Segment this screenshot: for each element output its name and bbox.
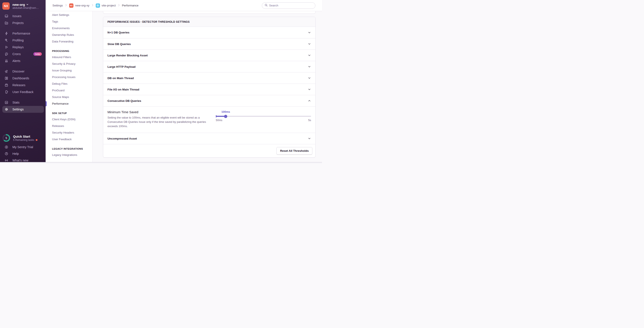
settings-nav-item-legacy-integrations[interactable]: Legacy Integrations <box>46 151 92 158</box>
window-bottom-edge <box>0 162 322 164</box>
settings-nav-item-ownership-rules[interactable]: Ownership Rules <box>46 32 92 38</box>
breadcrumb-new-org-xy[interactable]: NXnew-org-xy <box>69 4 90 8</box>
quick-start-progress-ring: 5 <box>2 134 10 142</box>
settings-nav-item-issue-grouping[interactable]: Issue Grouping <box>46 67 92 74</box>
search-input[interactable] <box>262 2 315 9</box>
detector-row-file-i-o-on-main-thread[interactable]: File I/O on Main Thread <box>103 84 315 95</box>
main-sidebar: NX new-org abdullah.khan@sen… IssuesProj… <box>0 0 46 164</box>
sidebar-item-projects[interactable]: Projects <box>2 20 44 26</box>
detector-row-label: Slow DB Queries <box>108 43 131 46</box>
settings-nav-item-debug-files[interactable]: Debug Files <box>46 80 92 87</box>
settings-nav-item-label: Ownership Rules <box>52 33 74 37</box>
settings-nav-heading: SDK SETUP <box>46 111 92 115</box>
settings-nav-item-processing-issues[interactable]: Processing Issues <box>46 74 92 80</box>
breadcrumb-vite-project[interactable]: vite-project <box>96 4 116 8</box>
search-field[interactable] <box>269 4 312 7</box>
search-icon <box>264 4 268 8</box>
settings-nav-heading: LEGACY INTEGRATIONS <box>46 146 92 151</box>
settings-nav-item-user-feedback[interactable]: User Feedback <box>46 136 92 142</box>
detector-row-large-render-blocking-asset[interactable]: Large Render Blocking Asset <box>103 50 315 61</box>
sidebar-item-dashboards[interactable]: Dashboards <box>2 75 44 82</box>
react-project-icon <box>96 4 100 8</box>
previous-panel-bottom <box>103 11 316 14</box>
chevron-up-icon <box>308 99 311 102</box>
breadcrumb-performance: Performance <box>122 4 138 7</box>
detector-threshold-panel: PERFORMANCE ISSUES - DETECTOR THRESHOLD … <box>103 17 316 157</box>
detector-row-consecutive-db-queries[interactable]: Consecutive DB Queries <box>103 95 315 106</box>
panel-title: PERFORMANCE ISSUES - DETECTOR THRESHOLD … <box>103 17 315 27</box>
releases-icon <box>4 83 8 87</box>
breadcrumb-label: new-org-xy <box>75 4 90 7</box>
detector-row-label: Uncompressed Asset <box>108 137 137 140</box>
breadcrumb-separator-icon <box>92 4 94 7</box>
sidebar-item-settings[interactable]: Settings <box>2 106 44 113</box>
settings-nav-item-source-maps[interactable]: Source Maps <box>46 94 92 100</box>
user-feedback-icon <box>4 90 8 94</box>
sidebar-item-label: Alerts <box>12 59 20 63</box>
settings-nav-item-data-forwarding[interactable]: Data Forwarding <box>46 38 92 45</box>
setting-description: Setting the value to 100ms, means that a… <box>108 115 209 128</box>
detector-row-uncompressed-asset[interactable]: Uncompressed Asset <box>103 133 315 144</box>
settings-secondary-nav: Alert SettingsTagsEnvironmentsOwnership … <box>46 11 92 164</box>
sidebar-footer: My Sentry TrialHelpWhat's new <box>0 144 46 163</box>
sidebar-item-profiling[interactable]: Profiling <box>2 37 44 44</box>
sidebar-item-label: Projects <box>12 21 24 25</box>
sidebar-item-label: Settings <box>12 108 24 111</box>
slider-value-label: 100ms <box>222 110 230 113</box>
org-avatar: NX <box>2 2 10 10</box>
settings-nav-item-security-headers[interactable]: Security Headers <box>46 129 92 136</box>
org-chip: NX <box>69 4 74 8</box>
sidebar-item-releases[interactable]: Releases <box>2 82 44 89</box>
org-switcher[interactable]: NX new-org abdullah.khan@sen… <box>0 0 46 10</box>
settings-nav-item-security-privacy[interactable]: Security & Privacy <box>46 60 92 67</box>
sidebar-item-stats[interactable]: Stats <box>2 99 44 106</box>
detector-row-n-1-db-queries[interactable]: N+1 DB Queries <box>103 27 315 38</box>
settings-nav-item-environments[interactable]: Environments <box>46 25 92 32</box>
sidebar-item-user-feedback[interactable]: User Feedback <box>2 89 44 95</box>
performance-icon <box>4 32 8 35</box>
breadcrumb-settings[interactable]: Settings <box>52 4 63 7</box>
detector-row-label: File I/O on Main Thread <box>108 88 140 91</box>
settings-nav-item-performance[interactable]: Performance <box>46 100 92 107</box>
settings-nav-item-label: ProGuard <box>52 89 65 92</box>
settings-nav-item-alert-settings[interactable]: Alert Settings <box>46 12 92 18</box>
reset-all-thresholds-button[interactable]: Reset All Thresholds <box>276 147 312 154</box>
quick-start-count: 5 <box>2 134 10 142</box>
detector-row-slow-db-queries[interactable]: Slow DB Queries <box>103 38 315 50</box>
slider-track[interactable] <box>216 116 311 117</box>
sidebar-item-performance[interactable]: Performance <box>2 30 44 37</box>
detector-row-large-http-payload[interactable]: Large HTTP Payload <box>103 61 315 72</box>
discover-icon <box>4 69 8 73</box>
whats-new-icon <box>4 158 8 162</box>
sidebar-item-label: Crons <box>12 52 21 56</box>
breadcrumb-label: Performance <box>122 4 138 7</box>
sidebar-item-help[interactable]: Help <box>2 150 44 157</box>
replays-icon <box>4 45 8 49</box>
slider-handle[interactable] <box>224 115 227 118</box>
sidebar-item-crons[interactable]: Cronsbeta <box>2 51 44 57</box>
sidebar-item-label: Issues <box>12 14 22 18</box>
topbar: SettingsNXnew-org-xyvite-projectPerforma… <box>46 0 322 11</box>
sidebar-item-alerts[interactable]: Alerts <box>2 57 44 64</box>
profiling-icon <box>4 38 8 42</box>
settings-nav-item-client-keys-dsn-[interactable]: Client Keys (DSN) <box>46 116 92 123</box>
settings-nav-item-label: Debug Files <box>52 82 68 85</box>
sidebar-item-label: Profiling <box>12 39 24 42</box>
sidebar-item-issues[interactable]: Issues <box>2 13 44 20</box>
quick-start[interactable]: 5 Quick Start 5 Remaining tasks <box>2 134 38 142</box>
sidebar-item-my-sentry-trial[interactable]: My Sentry Trial <box>2 144 44 150</box>
breadcrumb-separator-icon <box>65 4 67 7</box>
sidebar-item-label: Stats <box>12 101 20 104</box>
beta-badge: beta <box>34 52 42 56</box>
sidebar-item-discover[interactable]: Discover <box>2 68 44 75</box>
detector-row-label: DB on Main Thread <box>108 77 134 80</box>
sidebar-item-replays[interactable]: Replays <box>2 44 44 51</box>
settings-nav-item-label: Legacy Integrations <box>52 153 77 156</box>
settings-nav-item-inbound-filters[interactable]: Inbound Filters <box>46 54 92 60</box>
settings-nav-item-label: Security & Privacy <box>52 62 76 65</box>
settings-nav-item-proguard[interactable]: ProGuard <box>46 87 92 94</box>
settings-nav-item-tags[interactable]: Tags <box>46 18 92 25</box>
settings-nav-item-label: Data Forwarding <box>52 40 74 43</box>
settings-nav-item-releases[interactable]: Releases <box>46 123 92 129</box>
detector-row-db-on-main-thread[interactable]: DB on Main Thread <box>103 72 315 84</box>
